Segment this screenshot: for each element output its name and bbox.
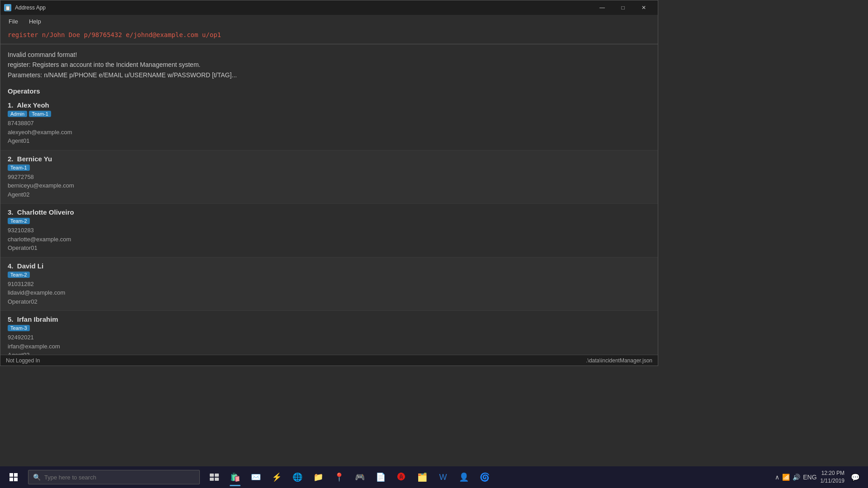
operator-name: 3. Charlotte Oliveiro <box>8 208 651 216</box>
operator-username: Operator02 <box>8 297 651 306</box>
output-line1: Invalid command format! <box>8 50 651 60</box>
svg-rect-5 <box>215 474 219 477</box>
tag: Team-1 <box>29 111 51 117</box>
operator-tags: AdminTeam-1 <box>8 111 651 117</box>
search-input[interactable] <box>44 474 195 481</box>
window-title: Address App <box>15 5 46 11</box>
svg-rect-2 <box>9 478 13 481</box>
tag: Team-1 <box>8 164 30 171</box>
search-icon: 🔍 <box>33 474 41 481</box>
game-icon[interactable]: 🎮 <box>350 467 370 487</box>
mail-icon[interactable]: ✉️ <box>246 467 266 487</box>
operator-email: alexyeoh@example.com <box>8 128 651 137</box>
output-line2: register: Registers an account into the … <box>8 60 651 70</box>
list-item: 3. Charlotte Oliveiro Team-2 93210283 ch… <box>0 204 658 258</box>
command-area: register n/John Doe p/98765432 e/johnd@e… <box>0 28 658 42</box>
operator-username: Agent02 <box>8 190 651 199</box>
svg-rect-7 <box>215 478 219 481</box>
operator-username: Agent03 <box>8 351 651 355</box>
command-text: register n/John Doe p/98765432 e/johnd@e… <box>8 31 651 38</box>
tag: Team-2 <box>8 218 30 224</box>
main-window: 📋 Address App — □ ✕ File Help register n… <box>0 0 658 366</box>
taskbar: 🔍 🛍️ ✉️ ⚡ 🌐 📁 📍 🎮 📄 🅐 🗂️ W 👤 🌀 ∧ 📶 <box>0 466 868 488</box>
close-button[interactable]: ✕ <box>633 0 654 15</box>
taskbar-icons: 🛍️ ✉️ ⚡ 🌐 📁 📍 🎮 📄 🅐 🗂️ W 👤 🌀 <box>204 467 495 487</box>
files-icon[interactable]: 🗂️ <box>412 467 432 487</box>
operator-email: irfan@example.com <box>8 342 651 351</box>
operators-header: Operators <box>0 84 658 97</box>
operator-name: 2. Bernice Yu <box>8 155 651 163</box>
svg-rect-6 <box>210 478 214 481</box>
window-controls: — □ ✕ <box>592 0 654 15</box>
minimize-button[interactable]: — <box>592 0 613 15</box>
operator-name: 4. David Li <box>8 262 651 270</box>
edge-icon[interactable]: ⚡ <box>267 467 287 487</box>
operator-name: 5. Irfan Ibrahim <box>8 315 651 323</box>
operator-username: Operator01 <box>8 244 651 253</box>
operators-container: Operators 1. Alex Yeoh AdminTeam-1 87438… <box>0 84 658 355</box>
menu-file[interactable]: File <box>4 16 23 27</box>
operator-tags: Team-1 <box>8 164 651 171</box>
operator-tags: Team-2 <box>8 272 651 278</box>
svg-rect-0 <box>9 473 13 477</box>
output-line3: Parameters: n/NAME p/PHONE e/EMAIL u/USE… <box>8 70 651 80</box>
clock[interactable]: 12:20 PM 1/11/2019 <box>821 469 844 485</box>
operator-email: berniceyu@example.com <box>8 181 651 190</box>
operator-phone: 92492021 <box>8 333 651 342</box>
wifi-icon[interactable]: 📶 <box>782 474 790 481</box>
maps-icon[interactable]: 📍 <box>329 467 349 487</box>
operators-list: 1. Alex Yeoh AdminTeam-1 87438807 alexye… <box>0 97 658 355</box>
language-label: ENG <box>803 474 816 481</box>
task-view-icon[interactable] <box>204 467 224 487</box>
tag: Team-3 <box>8 325 30 331</box>
tag: Team-2 <box>8 272 30 278</box>
clock-time: 12:20 PM <box>821 469 844 477</box>
operator-phone: 99272758 <box>8 173 651 182</box>
svg-rect-1 <box>14 473 18 477</box>
angular-icon[interactable]: 🅐 <box>392 467 411 487</box>
notification-icon[interactable]: 💬 <box>848 467 863 487</box>
list-item: 5. Irfan Ibrahim Team-3 92492021 irfan@e… <box>0 311 658 355</box>
operator-phone: 87438807 <box>8 119 651 128</box>
operator-phone: 93210283 <box>8 226 651 235</box>
operator-email: charlotte@example.com <box>8 235 651 244</box>
clock-date: 1/11/2019 <box>821 477 844 485</box>
folder-icon[interactable]: 📁 <box>308 467 328 487</box>
list-item: 2. Bernice Yu Team-1 99272758 berniceyu@… <box>0 150 658 204</box>
chrome-icon[interactable]: 🌐 <box>288 467 307 487</box>
status-right: .\data\incidentManager.json <box>586 357 652 364</box>
tray-icons: ∧ 📶 🔊 ENG <box>775 474 816 481</box>
svg-rect-4 <box>210 474 214 477</box>
user-icon[interactable]: 👤 <box>454 467 474 487</box>
operator-phone: 91031282 <box>8 280 651 289</box>
title-bar: 📋 Address App — □ ✕ <box>0 0 658 15</box>
divider <box>0 44 658 44</box>
svg-rect-3 <box>14 478 18 481</box>
operator-tags: Team-2 <box>8 218 651 224</box>
store-icon[interactable]: 🛍️ <box>225 467 245 487</box>
list-item: 4. David Li Team-2 91031282 lidavid@exam… <box>0 258 658 311</box>
browser2-icon[interactable]: 🌀 <box>475 467 495 487</box>
output-area: Invalid command format! register: Regist… <box>0 46 658 84</box>
word-icon[interactable]: W <box>433 467 453 487</box>
operator-email: lidavid@example.com <box>8 288 651 297</box>
system-tray: ∧ 📶 🔊 ENG 12:20 PM 1/11/2019 💬 <box>775 467 866 487</box>
app-icon: 📋 <box>4 4 11 11</box>
title-bar-left: 📋 Address App <box>4 4 46 11</box>
list-item: 1. Alex Yeoh AdminTeam-1 87438807 alexye… <box>0 97 658 150</box>
operator-name: 1. Alex Yeoh <box>8 101 651 109</box>
status-bar: Not Logged In .\data\incidentManager.jso… <box>0 355 658 366</box>
volume-icon[interactable]: 🔊 <box>793 474 800 481</box>
taskbar-search-bar[interactable]: 🔍 <box>28 470 200 484</box>
menu-help[interactable]: Help <box>24 16 46 27</box>
tag: Admin <box>8 111 27 117</box>
status-left: Not Logged In <box>6 357 40 364</box>
chevron-icon[interactable]: ∧ <box>775 474 779 481</box>
operator-tags: Team-3 <box>8 325 651 331</box>
menu-bar: File Help <box>0 15 658 28</box>
acrobat-icon[interactable]: 📄 <box>371 467 391 487</box>
start-button[interactable] <box>2 466 25 488</box>
operator-username: Agent01 <box>8 136 651 145</box>
maximize-button[interactable]: □ <box>613 0 633 15</box>
